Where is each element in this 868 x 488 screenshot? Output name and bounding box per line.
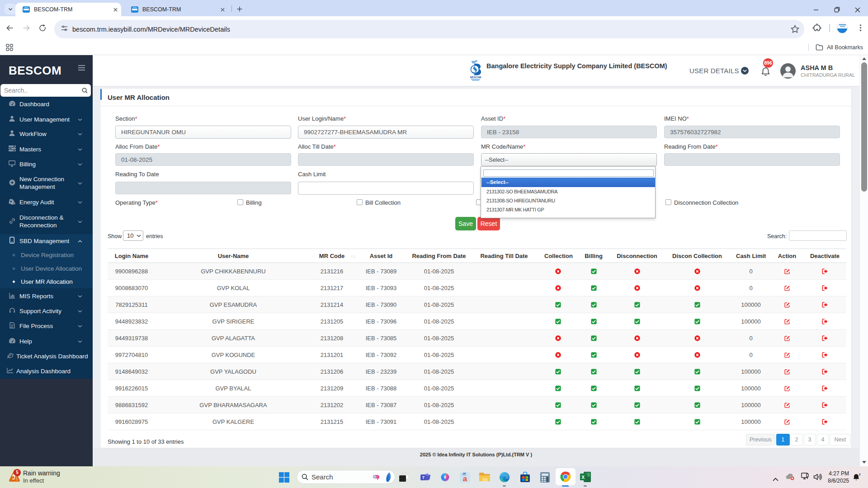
svg-text:T: T bbox=[422, 475, 425, 480]
svg-text:BESCOM: BESCOM bbox=[470, 76, 481, 79]
svg-text:z: z bbox=[859, 473, 861, 476]
svg-text:a: a bbox=[463, 474, 467, 483]
svg-text:X: X bbox=[581, 475, 585, 480]
